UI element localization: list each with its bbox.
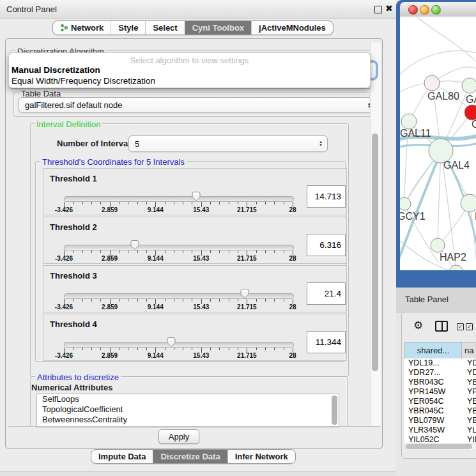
tick-label: -3.426: [55, 352, 73, 359]
threshold-slider-track[interactable]: [64, 293, 294, 299]
tab-label: Cyni Toolbox: [192, 21, 244, 35]
cell-shared-name: YDL19...: [404, 358, 462, 367]
checkbox-icon[interactable]: ✓: [457, 323, 464, 330]
table-row[interactable]: YER054CYER0: [404, 397, 476, 406]
threshold-value-field[interactable]: 14.713: [307, 185, 346, 208]
edge: [400, 83, 428, 94]
num-intervals-combobox[interactable]: 5 ▲▼: [128, 135, 328, 152]
float-window-icon[interactable]: [374, 6, 382, 13]
tick-label: 2.859: [102, 303, 118, 311]
table-row[interactable]: YDR27...YDR2: [404, 368, 476, 378]
close-icon[interactable]: ✖: [385, 3, 393, 13]
tab-select[interactable]: Select: [145, 21, 184, 35]
horizontal-scrollbar[interactable]: [404, 443, 476, 451]
hscroll-thumb[interactable]: [406, 444, 472, 449]
zoom-traffic-light[interactable]: [431, 5, 441, 15]
tick-label: 2.859: [102, 206, 118, 213]
network-canvas[interactable]: GAL80GACGAL11GAL4GCY1HHAP2: [400, 17, 476, 270]
attribute-item[interactable]: SelfLoops: [37, 394, 339, 404]
tab-label: Infer Network: [235, 450, 288, 463]
node-label: GCY1: [400, 211, 426, 222]
graph-node[interactable]: [431, 238, 445, 252]
cell-shared-name: YBL079W: [404, 416, 462, 425]
checkbox-icon[interactable]: ✓: [466, 323, 473, 330]
cell-shared-name: YDR27...: [404, 368, 462, 377]
tab-impute-data[interactable]: Impute Data: [91, 450, 153, 463]
gear-icon[interactable]: ⚙: [413, 319, 423, 332]
scrollbar-thumb[interactable]: [372, 134, 378, 371]
tab-discretize-data[interactable]: Discretize Data: [153, 450, 227, 463]
tab-style[interactable]: Style: [111, 21, 145, 35]
threshold-label: Threshold 4: [50, 319, 97, 329]
table-data-combobox[interactable]: galFiltered.sif default node ▲▼: [19, 97, 376, 113]
table-row[interactable]: YBR045CYBR0: [404, 406, 476, 416]
panel-scrollbar[interactable]: [370, 43, 381, 426]
table-rows[interactable]: YDL19...YDL1YDR27...YDR2YBR043CYBR0YPR14…: [404, 358, 476, 443]
threshold-label: Threshold 3: [50, 271, 97, 280]
numerical-attributes-list[interactable]: SelfLoopsTopologicalCoefficientBetweenne…: [36, 394, 339, 427]
table-row[interactable]: YPR145WYPR1: [404, 387, 476, 397]
table-row[interactable]: YDL19...YDL1: [404, 358, 476, 368]
tab-label: Select: [153, 21, 177, 35]
threshold-panel: Threshold 4 -3.4262.8599.14415.4321.7152…: [43, 314, 347, 361]
graph-node[interactable]: [461, 194, 476, 212]
threshold-value-field[interactable]: 6.316: [307, 234, 346, 256]
column-header-name[interactable]: na: [461, 342, 476, 359]
tick-label: 28: [289, 255, 296, 262]
apply-button[interactable]: Apply: [158, 429, 199, 444]
threshold-slider-track[interactable]: [64, 342, 294, 348]
threshold-slider-handle[interactable]: [191, 191, 201, 202]
tab-infer-network[interactable]: Infer Network: [227, 450, 295, 463]
node-label: HAP2: [440, 252, 466, 263]
algorithm-prompt: Select algorithm to view settings: [9, 56, 370, 65]
cell-name: YDR2: [462, 368, 476, 377]
threshold-label: Threshold 1: [50, 174, 97, 183]
graph-node[interactable]: [400, 197, 411, 210]
tick-label: 15.43: [193, 206, 209, 213]
cell-shared-name: YBR043C: [404, 378, 462, 387]
graph-node[interactable]: [424, 75, 440, 91]
cell-name: YBL0: [462, 416, 476, 425]
threshold-value-field[interactable]: 11.344: [307, 331, 346, 353]
list-scrollbar[interactable]: [332, 395, 337, 425]
table-row[interactable]: YBR043CYBR0: [404, 378, 476, 387]
close-traffic-light[interactable]: [408, 5, 418, 15]
table-row[interactable]: YBL079WYBL0: [404, 416, 476, 426]
algorithm-option-equal-width[interactable]: Equal Width/Frequency Discretization: [12, 76, 155, 86]
slider-tick-labels: -3.4262.8599.14415.4321.71528: [64, 206, 293, 214]
node-label: GAL80: [427, 91, 459, 102]
tick-label: -3.426: [55, 303, 73, 311]
graph-node[interactable]: [401, 114, 417, 129]
algorithm-option-manual[interactable]: Manual Discretization: [12, 65, 100, 75]
threshold-slider-handle[interactable]: [130, 240, 140, 250]
graph-node[interactable]: [464, 105, 476, 120]
network-graph: GAL80GACGAL11GAL4GCY1HHAP2: [400, 17, 476, 270]
tab-network[interactable]: Network: [53, 21, 111, 35]
attribute-item[interactable]: BetweennessCentrality: [37, 415, 339, 425]
thresholds-group-label: Threshold's Coordinates for 5 Intervals: [40, 157, 187, 167]
table-row[interactable]: YLR345WYLR3: [404, 426, 476, 435]
threshold-value-field[interactable]: 21.4: [307, 282, 346, 305]
table-panel-body: ⚙ ✓ ✓ shared... na YDL19...YDL1YDR27...Y…: [401, 312, 476, 459]
tick-label: 28: [289, 206, 296, 213]
attribute-item[interactable]: TopologicalCoefficient: [37, 404, 339, 415]
node-label: GAL11: [400, 128, 431, 139]
graph-node[interactable]: [449, 265, 463, 270]
threshold-slider-handle[interactable]: [166, 337, 176, 348]
slider-tick-labels: -3.4262.8599.14415.4321.71528: [64, 255, 293, 263]
minimize-traffic-light[interactable]: [420, 5, 429, 15]
threshold-panel: Threshold 2 -3.4262.8599.14415.4321.7152…: [43, 217, 347, 264]
tab-cyni-toolbox[interactable]: Cyni Toolbox: [185, 21, 251, 35]
graph-node[interactable]: [462, 78, 476, 93]
top-tab-bar: NetworkStyleSelectCyni ToolboxjActiveMNo…: [52, 20, 334, 35]
tab-jactivemnodules[interactable]: jActiveMNodules: [251, 21, 333, 35]
column-header-shared-name[interactable]: shared...: [404, 342, 462, 359]
control-panel-window: Control Panel ✖ NetworkStyleSelectCyni T…: [0, 0, 396, 472]
threshold-slider-track[interactable]: [64, 196, 294, 202]
threshold-slider-handle[interactable]: [240, 288, 250, 299]
tab-label: Network: [71, 21, 104, 35]
cell-name: YBR0: [462, 406, 476, 415]
tick-label: 21.715: [237, 206, 257, 213]
split-view-icon[interactable]: [435, 321, 448, 332]
threshold-slider-track[interactable]: [64, 245, 294, 250]
